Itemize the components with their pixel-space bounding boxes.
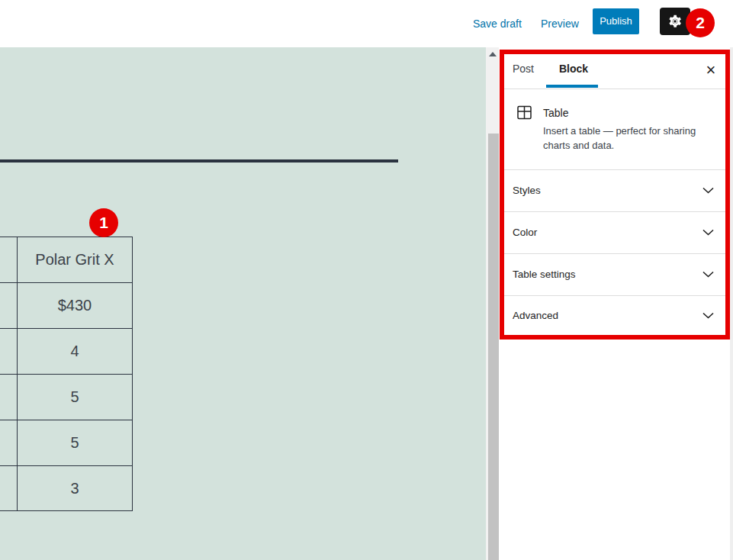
panel-styles[interactable]: Styles	[499, 169, 725, 211]
block-card-title: Table	[543, 107, 568, 119]
table-row: 3	[0, 466, 133, 511]
table-row: Polar Grit X	[0, 237, 133, 283]
table-cell[interactable]: 5	[18, 375, 133, 420]
panel-color[interactable]: Color	[499, 211, 725, 253]
table-cell[interactable]: 4	[18, 329, 133, 375]
gear-icon	[667, 14, 683, 29]
save-draft-link[interactable]: Save draft	[473, 18, 522, 30]
block-card-description: Insert a table — perfect for sharing cha…	[543, 124, 725, 153]
panel-table-settings[interactable]: Table settings	[499, 253, 725, 295]
table-cell-cutoff[interactable]	[0, 283, 18, 329]
scroll-up-arrow-icon[interactable]	[489, 52, 497, 56]
annotation-badge-2: 2	[686, 8, 715, 37]
panel-label: Styles	[513, 185, 541, 196]
table-cell-cutoff[interactable]	[0, 420, 18, 466]
chevron-down-icon	[702, 312, 714, 319]
table-cell-cutoff[interactable]	[0, 375, 18, 420]
chevron-down-icon	[702, 271, 714, 278]
table-row: $430	[0, 283, 133, 329]
table-cell[interactable]: 3	[18, 466, 133, 511]
table-cell[interactable]: $430	[18, 283, 133, 329]
tab-block[interactable]: Block	[559, 63, 588, 75]
table-cell-cutoff[interactable]	[0, 237, 18, 283]
table-grid-icon	[517, 105, 532, 120]
table-cell-cutoff[interactable]	[0, 329, 18, 375]
preview-link[interactable]: Preview	[541, 18, 579, 30]
content-table[interactable]: Polar Grit X $430 4 5 5 3	[0, 237, 133, 511]
panel-label: Table settings	[513, 269, 576, 280]
settings-sidebar: Post Block × Table Insert a table — perf…	[499, 47, 730, 560]
panel-label: Advanced	[513, 310, 558, 321]
chevron-down-icon	[702, 187, 714, 194]
close-sidebar-button[interactable]: ×	[700, 60, 722, 81]
chevron-down-icon	[702, 229, 714, 236]
divider	[503, 89, 725, 89]
editor-canvas[interactable]: Polar Grit X $430 4 5 5 3	[0, 47, 486, 560]
publish-button[interactable]: Publish	[593, 8, 639, 34]
table-row: 4	[0, 329, 133, 375]
panel-advanced[interactable]: Advanced	[499, 295, 725, 335]
table-cell-cutoff[interactable]	[0, 466, 18, 511]
panel-label: Color	[513, 227, 537, 238]
annotation-badge-1: 1	[89, 208, 118, 237]
scrollbar-thumb[interactable]	[488, 134, 499, 560]
table-header-cell[interactable]: Polar Grit X	[18, 237, 133, 283]
table-cell[interactable]: 5	[18, 420, 133, 466]
table-row: 5	[0, 420, 133, 466]
sidebar-scrollbar-track[interactable]	[730, 47, 733, 560]
active-tab-underline	[546, 85, 598, 88]
tab-post[interactable]: Post	[513, 63, 534, 75]
editor-top-bar: Save draft Preview Publish	[0, 0, 733, 47]
heading-underline-rule	[0, 159, 398, 163]
canvas-scrollbar[interactable]	[486, 47, 499, 560]
table-row: 5	[0, 375, 133, 420]
